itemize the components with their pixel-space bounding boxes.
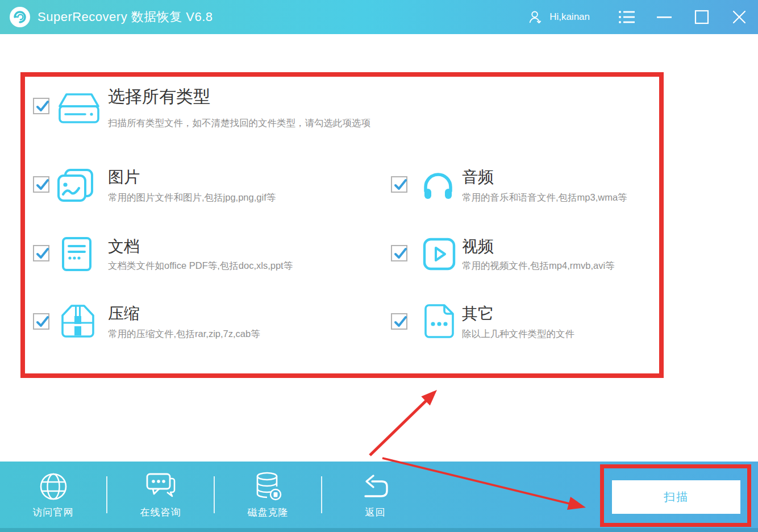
- checkbox-archive[interactable]: [33, 313, 49, 330]
- document-icon: [61, 236, 92, 274]
- headphone-icon: [420, 169, 456, 205]
- back-arrow-icon: [361, 471, 390, 502]
- file-type-desc: 常用的图片文件和图片,包括jpg,png,gif等: [108, 192, 276, 204]
- nav-online-consult[interactable]: 在线咨询: [107, 462, 214, 528]
- file-type-desc: 常用的压缩文件,包括rar,zip,7z,cab等: [108, 328, 260, 340]
- bottom-nav: 访问官网 在线咨询: [0, 462, 428, 528]
- nav-back[interactable]: 返回: [322, 462, 428, 528]
- zip-icon: [59, 304, 97, 341]
- picture-icon: [57, 168, 94, 205]
- drive-icon: [57, 93, 101, 127]
- user-icon: [526, 7, 545, 27]
- file-type-title: 文档: [108, 236, 140, 257]
- maximize-icon[interactable]: [692, 7, 711, 27]
- file-type-title: 选择所有类型: [108, 85, 210, 109]
- file-type-desc: 文档类文件如office PDF等,包括doc,xls,ppt等: [108, 260, 293, 272]
- file-type-desc: 除以上几种文件类型的文件: [462, 328, 574, 340]
- app-title: SuperRecovery 数据恢复 V6.8: [38, 9, 213, 26]
- app-logo-icon: [9, 6, 31, 28]
- titlebar: SuperRecovery 数据恢复 V6.8 Hi,kainan: [0, 0, 758, 34]
- user-greeting: Hi,kainan: [549, 11, 590, 23]
- nav-visit-website[interactable]: 访问官网: [0, 462, 106, 528]
- checkbox-image[interactable]: [33, 176, 49, 193]
- nav-label: 在线咨询: [140, 506, 181, 519]
- play-icon: [423, 238, 456, 273]
- bottom-toolbar: 访问官网 在线咨询: [0, 462, 758, 532]
- file-type-title: 图片: [108, 167, 140, 188]
- checkbox-document[interactable]: [33, 245, 49, 261]
- menu-icon[interactable]: [617, 7, 636, 27]
- close-icon[interactable]: [730, 7, 749, 27]
- disk-stack-icon: [253, 471, 283, 502]
- file-dots-icon: [424, 304, 455, 341]
- nav-label: 磁盘克隆: [248, 506, 289, 519]
- nav-disk-clone[interactable]: 磁盘克隆: [215, 462, 321, 528]
- file-type-title: 视频: [462, 236, 494, 257]
- nav-label: 访问官网: [33, 506, 74, 519]
- file-type-title: 音频: [462, 167, 494, 188]
- chat-icon: [145, 471, 177, 502]
- checkbox-other[interactable]: [391, 313, 407, 330]
- minimize-icon[interactable]: [655, 7, 674, 27]
- nav-label: 返回: [365, 506, 386, 519]
- file-type-selection-panel: 选择所有类型 扫描所有类型文件，如不清楚找回的文件类型，请勾选此项选项 图片 常…: [0, 34, 758, 462]
- checkbox-select-all[interactable]: [33, 98, 49, 114]
- user-account-button[interactable]: Hi,kainan: [526, 7, 590, 27]
- scan-button[interactable]: 扫描: [612, 480, 740, 514]
- file-type-title: 其它: [462, 303, 494, 325]
- file-type-desc: 常用的音乐和语音文件,包括mp3,wma等: [462, 192, 627, 204]
- file-type-title: 压缩: [108, 303, 140, 325]
- globe-icon: [39, 471, 68, 502]
- checkbox-video[interactable]: [391, 245, 407, 261]
- checkbox-audio[interactable]: [391, 176, 407, 193]
- file-type-desc: 常用的视频文件,包括mp4,rmvb,avi等: [462, 260, 615, 272]
- file-type-desc: 扫描所有类型文件，如不清楚找回的文件类型，请勾选此项选项: [108, 117, 370, 130]
